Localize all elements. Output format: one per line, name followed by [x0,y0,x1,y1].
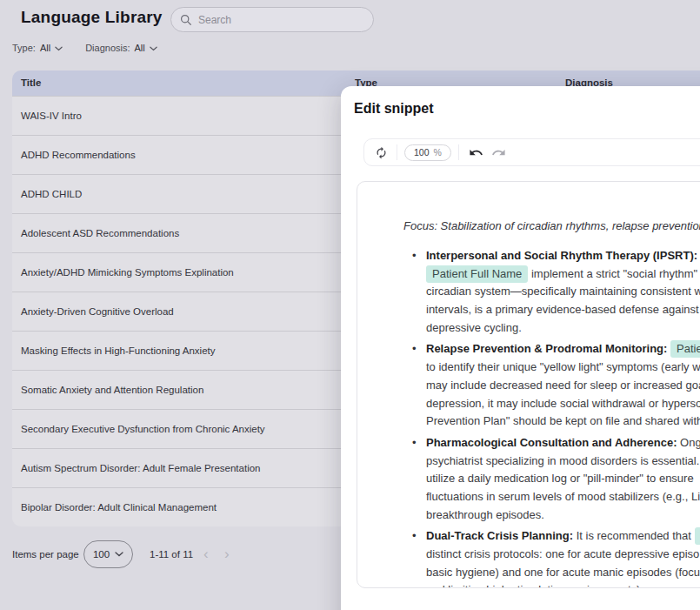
row-title: Secondary Executive Dysfunction from Chr… [21,424,265,434]
merge-field-chip[interactable]: Patient Full Name [670,340,700,358]
doc-text: intervals, is a primary evidence-based d… [426,303,699,316]
doc-text: fluctuations in serum levels of mood sta… [426,490,700,503]
bullet-item: Interpersonal and Social Rhythm Therapy … [403,247,700,337]
search-box[interactable] [170,7,374,32]
merge-field-chip[interactable]: Patient Full Name [426,265,528,283]
diagnosis-filter-value: All [135,43,145,53]
row-title: ADHD CHILD [21,189,82,199]
edit-snippet-modal: Edit snippet 100% [341,86,700,610]
bullet-list: Interpersonal and Social Rhythm Therapy … [403,247,700,588]
row-title: Anxiety-Driven Cognitive Overload [21,306,174,317]
previous-page-button[interactable]: ‹ [203,546,209,563]
chevron-down-icon [115,552,123,557]
bullet-heading: Pharmacological Consultation and Adheren… [426,436,677,449]
doc-line: may include decreased need for sleep or … [426,377,700,395]
row-title: Masking Effects in High-Functioning Anxi… [21,345,216,356]
page-size-value: 100 [93,549,110,560]
doc-text: depression, it may include social withdr… [426,397,700,410]
redo-icon[interactable] [490,144,508,161]
bullet-heading: Dual-Track Crisis Planning: [426,529,573,542]
doc-line: distinct crisis protocols: one for acute… [426,546,700,564]
bullet-item: Dual-Track Crisis Planning: It is recomm… [403,527,700,588]
filter-bar: Type: All Diagnosis: All [12,43,157,53]
bullet-item: Pharmacological Consultation and Adheren… [403,434,700,524]
doc-line: psychiatrist specializing in mood disord… [426,452,700,471]
sync-icon[interactable] [372,144,390,161]
doc-line: breakthrough episodes. [426,506,700,525]
doc-text: circadian system—specifically maintainin… [426,285,700,298]
zoom-unit: % [434,147,442,158]
doc-line: fluctuations in serum levels of mood sta… [426,488,700,506]
doc-line: basic hygiene) and one for acute manic e… [426,564,700,582]
doc-text: to identify their unique "yellow light" … [426,360,700,373]
doc-text: utilize a daily medication log or "pill-… [426,472,694,485]
row-title: WAIS-IV Intro [21,111,82,121]
row-title: Bipolar Disorder: Adult Clinical Managem… [21,502,217,513]
doc-text: implement a strict "social rhythm" s [528,267,700,280]
toolbar-divider [458,144,459,160]
bullet-item: Relapse Prevention & Prodromal Monitorin… [403,340,700,430]
focus-line: Focus: Stabilization of circadian rhythm… [403,217,700,235]
bullet-heading: Interpersonal and Social Rhythm Therapy … [426,249,697,262]
toolbar-divider [397,144,397,160]
diagnosis-filter[interactable]: Diagnosis: All [85,43,157,53]
doc-line: intervals, is a primary evidence-based d… [426,301,700,319]
zoom-value: 100 [414,147,430,158]
doc-text: breakthrough episodes. [426,508,544,521]
snippet-editor[interactable]: Focus: Stabilization of circadian rhythm… [357,181,700,588]
row-title: Adolescent ASD Recommendations [21,228,179,238]
row-title: Anxiety/ADHD Mimicking Symptoms Explinat… [21,267,234,278]
diagnosis-filter-label: Diagnosis: [85,43,130,53]
search-input[interactable] [198,14,337,26]
chevron-down-icon [55,46,63,51]
doc-text: and limiting high-stimulation environmen… [426,583,643,588]
zoom-level-control[interactable]: 100% [404,144,451,161]
next-page-button[interactable]: › [224,546,230,563]
search-icon [180,14,192,26]
doc-line: Patient Full Name implement a strict "so… [426,265,700,284]
undo-icon[interactable] [468,144,485,161]
snippet-content: Focus: Stabilization of circadian rhythm… [357,182,700,588]
doc-line: Interpersonal and Social Rhythm Therapy … [426,247,700,265]
doc-line: Dual-Track Crisis Planning: It is recomm… [426,527,700,546]
type-filter-label: Type: [12,43,36,53]
editor-toolbar: 100% [363,138,700,166]
doc-text: Prevention Plan" should be kept on file … [426,414,700,427]
modal-title: Edit snippet [354,101,434,117]
chevron-down-icon [150,46,157,51]
column-header-title[interactable]: Title [21,77,41,88]
type-filter-value: All [40,43,50,53]
doc-text: psychiatrist specializing in mood disord… [426,454,699,467]
doc-line: and limiting high-stimulation environmen… [426,581,700,588]
doc-text: depressive cycling. [426,321,522,334]
pagination-bar: Items per page 100 1-11 of 11 ‹ › [0,540,341,569]
row-title: Autism Spectrum Disorder: Adult Female P… [21,463,260,473]
doc-line: to identify their unique "yellow light" … [426,359,700,377]
doc-line: circadian system—specifically maintainin… [426,283,700,301]
row-title: Somatic Anxiety and Attention Regulation [21,385,203,395]
doc-text: It is recommended that [573,529,694,542]
doc-text: distinct crisis protocols: one for acute… [426,547,699,560]
doc-line: depression, it may include social withdr… [426,395,700,413]
doc-line: Prevention Plan" should be kept on file … [426,412,700,431]
bullet-heading: Relapse Prevention & Prodromal Monitorin… [426,342,667,355]
page-title: Language Library [21,8,163,27]
doc-text: may include decreased need for sleep or … [426,379,700,392]
doc-line: Pharmacological Consultation and Adheren… [426,434,700,452]
doc-line: utilize a daily medication log or "pill-… [426,470,700,488]
pagination-range: 1-11 of 11 [150,549,193,560]
row-title: ADHD Recommendations [21,150,136,160]
merge-field-chip[interactable]: Patient Full Name [695,527,700,545]
doc-text: basic hygiene) and one for acute manic e… [426,566,700,579]
page-size-select[interactable]: 100 [83,540,133,568]
doc-line: depressive cycling. [426,319,700,338]
items-per-page-label: Items per page [12,549,79,560]
doc-text: Ongo [677,436,700,449]
doc-line: Relapse Prevention & Prodromal Monitorin… [426,340,700,359]
type-filter[interactable]: Type: All [12,43,63,53]
app-root: Language Library Type: All Diagnosis: Al… [0,0,700,610]
